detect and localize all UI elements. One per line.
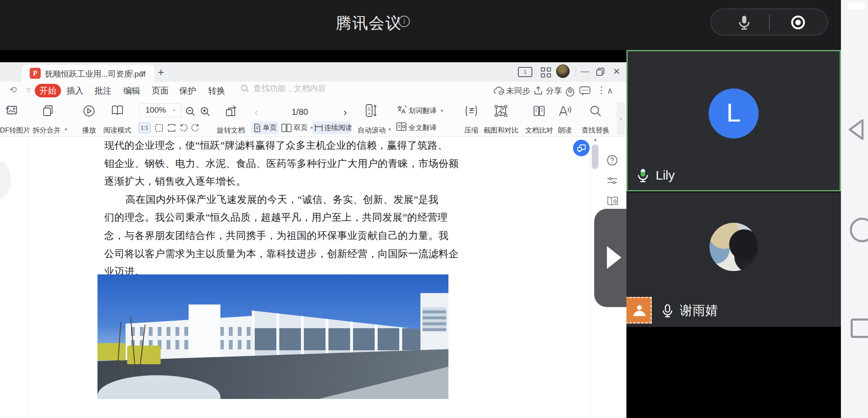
compress-icon[interactable] <box>464 105 479 117</box>
wps-menubar: ⟲ ▽ 开始 插入 批注 编辑 页面 保护 转换 未同步 <box>0 82 626 100</box>
sync-status-label[interactable]: 未同步 <box>506 86 530 97</box>
screenshot-compare-label[interactable]: 截图和对比 <box>484 126 519 135</box>
play-icon[interactable] <box>83 105 95 117</box>
split-merge-icon[interactable] <box>42 105 54 117</box>
find-replace-label[interactable]: 查找替换 <box>581 126 609 135</box>
record-button[interactable] <box>790 14 806 30</box>
scroll-up-icon[interactable]: ▲ <box>593 137 598 142</box>
menu-tab-page[interactable]: 页面 <box>152 85 169 97</box>
pdf-to-image-icon[interactable] <box>5 105 18 116</box>
info-icon[interactable]: i <box>398 16 410 27</box>
double-page-toggle[interactable]: 双页 ▾ <box>281 122 312 134</box>
cloud-sync-icon[interactable] <box>493 86 505 96</box>
share-label[interactable]: 分享 <box>546 86 562 97</box>
word-translate-icon[interactable] <box>396 105 407 115</box>
rotate-document-icon[interactable] <box>224 105 238 117</box>
single-page-toggle[interactable]: 单页 <box>251 122 278 134</box>
screenshot-compare-icon[interactable] <box>494 105 508 117</box>
continuous-read-toggle[interactable]: 连续阅读 <box>312 122 351 134</box>
prev-page-icon[interactable]: ‹ <box>254 106 258 119</box>
menu-tab-protect[interactable]: 保护 <box>179 85 196 97</box>
read-mode-label[interactable]: 阅读模式 <box>103 126 131 135</box>
auto-scroll-caret-icon[interactable]: ▾ <box>389 127 391 132</box>
participant-tile-lily[interactable]: L Lily <box>626 50 841 191</box>
search-icon <box>240 83 250 94</box>
doc-line: 念，与各界朋友团结合作，共同携手，为祖国的环保事业贡献自己的力量。我 <box>104 229 457 247</box>
menu-tab-start[interactable]: 开始 <box>35 84 61 97</box>
search-box[interactable] <box>240 83 347 94</box>
page-indicator[interactable]: 1/80 <box>292 107 308 117</box>
tab-list-icon[interactable]: 1 <box>518 67 532 77</box>
workspace-grid-icon[interactable] <box>541 67 551 78</box>
undo-icon[interactable]: ⟲ <box>9 85 17 95</box>
word-translate-caret-icon[interactable]: ▾ <box>441 108 443 113</box>
search-input[interactable] <box>253 84 347 93</box>
microphone-button[interactable] <box>736 14 753 31</box>
participant-tile-xieyujing[interactable]: 谢雨婧 <box>626 192 841 327</box>
read-aloud-label[interactable]: 朗读 <box>558 126 572 135</box>
wps-tabbar: P 抚顺恒跃工业用...司资质.pdf ✕ + 1 — ✕ <box>0 62 626 82</box>
avatar-initial: L <box>709 89 759 138</box>
play-arrow-icon <box>607 246 621 269</box>
auto-scroll-label[interactable]: 自动滚动 <box>358 126 386 135</box>
microphone-icon <box>736 14 753 31</box>
find-replace-icon[interactable] <box>589 105 602 117</box>
pin-tab-icon[interactable] <box>126 69 134 78</box>
customize-caret-icon[interactable]: ▽ <box>26 87 31 93</box>
navigate-book-icon[interactable] <box>606 195 619 206</box>
full-translate-icon[interactable] <box>396 122 407 132</box>
word-translate-label[interactable]: 划词翻译 <box>409 106 437 116</box>
shared-screen-window: P 抚顺恒跃工业用...司资质.pdf ✕ + 1 — ✕ ⟲ ▽ <box>0 50 626 418</box>
zoom-level-select[interactable]: 100% ⌄ <box>139 103 181 117</box>
account-avatar[interactable] <box>556 64 570 78</box>
close-tab-icon[interactable]: ✕ <box>139 68 146 78</box>
share-icon[interactable] <box>533 86 544 96</box>
toolbar-expand-button[interactable]: › <box>617 102 625 135</box>
adjust-sliders-icon[interactable] <box>606 176 618 186</box>
read-mode-icon[interactable] <box>110 105 125 117</box>
comment-bubble-icon[interactable] <box>579 86 591 97</box>
restore-button[interactable] <box>596 67 605 77</box>
fit-page-icon[interactable] <box>167 123 177 133</box>
nav-back-icon[interactable] <box>846 118 868 141</box>
meeting-title: 腾讯会议 <box>336 13 402 34</box>
settings-gear-icon[interactable] <box>565 86 576 97</box>
doc-line: 们的理念。我公司秉承“恒久品质，超越平凡，用户至上，共同发展”的经营理 <box>104 210 457 229</box>
zoom-in-icon[interactable] <box>200 106 211 117</box>
new-tab-button[interactable]: + <box>158 66 164 79</box>
nav-home-icon[interactable] <box>850 218 868 242</box>
menu-tab-insert[interactable]: 插入 <box>67 85 83 97</box>
close-window-button[interactable]: ✕ <box>613 66 620 77</box>
menu-tab-comment[interactable]: 批注 <box>95 85 111 97</box>
help-icon[interactable] <box>606 155 618 166</box>
split-merge-caret-icon[interactable]: ▾ <box>65 127 67 132</box>
read-aloud-icon[interactable] <box>558 105 572 117</box>
scrollbar-thumb[interactable] <box>592 144 598 169</box>
zoom-caret-icon: ⌄ <box>172 105 177 112</box>
actual-size-toggle[interactable]: 1:1 <box>138 122 151 133</box>
menu-tab-convert[interactable]: 转换 <box>208 85 225 97</box>
record-icon <box>790 14 806 30</box>
document-tab[interactable]: P 抚顺恒跃工业用...司资质.pdf ✕ <box>22 65 154 82</box>
auto-scroll-icon[interactable] <box>364 104 377 118</box>
fit-width-icon[interactable] <box>154 123 164 133</box>
translate-fab[interactable] <box>573 140 590 156</box>
split-merge-label[interactable]: 拆分合并 <box>33 126 61 135</box>
minimize-button[interactable]: — <box>581 66 589 76</box>
rotate-left-icon[interactable] <box>178 123 189 133</box>
collapse-ribbon-icon[interactable]: ∧ <box>607 86 613 96</box>
full-translate-label[interactable]: 全文翻译 <box>409 123 437 133</box>
rotate-document-label[interactable]: 旋转文档 <box>217 126 245 135</box>
menu-tab-edit[interactable]: 编辑 <box>123 85 140 97</box>
play-label[interactable]: 播放 <box>82 126 96 135</box>
next-page-icon[interactable]: › <box>343 106 347 119</box>
more-menu-icon[interactable]: ⋮ <box>597 85 606 96</box>
pdf-to-image-label[interactable]: PDF转图片 <box>0 126 30 135</box>
compress-label[interactable]: 压缩 <box>465 126 479 135</box>
rotate-right-icon[interactable] <box>190 123 200 133</box>
doc-compare-icon[interactable] <box>533 105 545 117</box>
zoom-out-icon[interactable] <box>185 106 196 117</box>
nav-recents-icon[interactable] <box>851 318 868 338</box>
photo-bus <box>127 346 161 364</box>
doc-compare-label[interactable]: 文档比对 <box>525 126 553 135</box>
